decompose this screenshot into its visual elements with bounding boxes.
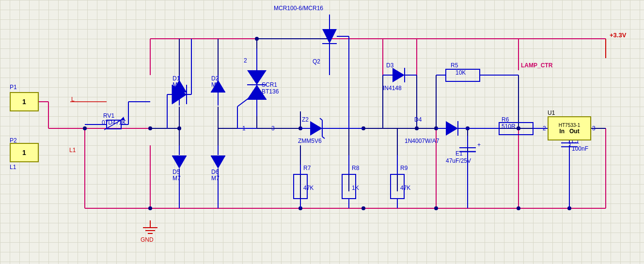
z2-label: Z2: [302, 116, 309, 123]
d4-value: 1N4007W/A7: [405, 138, 439, 144]
svg-point-65: [148, 126, 152, 130]
svg-marker-102: [172, 156, 187, 169]
r7-value: 47K: [303, 185, 314, 191]
svg-marker-134: [446, 121, 458, 136]
l1-label: L1: [10, 164, 16, 171]
rv1-label: RV1: [103, 112, 114, 119]
scr1-pin2: 2: [244, 57, 247, 64]
d1-label: D1: [173, 75, 180, 82]
svg-line-127: [322, 137, 325, 139]
u1-in-label: In: [559, 128, 565, 135]
gnd-label: GND: [141, 236, 154, 243]
r5-label: R5: [451, 62, 458, 69]
u1-out-label: Out: [569, 128, 580, 135]
svg-marker-130: [393, 68, 405, 82]
svg-point-81: [255, 37, 259, 41]
u1-pin3: 3: [592, 125, 596, 132]
u1-pin2: 2: [543, 125, 546, 132]
u1-value: HT7533-1: [559, 123, 580, 128]
rv1-value: 07D471K: [102, 119, 126, 126]
d2-value: M7: [211, 81, 220, 88]
p2-label: P2: [10, 137, 17, 144]
d6-value: M7: [211, 175, 220, 182]
connector-p2: 1: [10, 143, 39, 162]
u1-pin1: 1: [568, 142, 572, 149]
d5-label: D5: [173, 169, 180, 175]
r6-value: 510R: [502, 123, 516, 130]
svg-line-126: [320, 118, 322, 120]
d3-label: D3: [386, 62, 393, 69]
ic-u1: HT7533-1 In Out: [548, 116, 591, 140]
r5-value: 10K: [456, 69, 466, 76]
lamp-ctr-label: LAMP_CTR: [521, 62, 552, 69]
d4-label: D4: [414, 116, 422, 123]
r7-label: R7: [303, 165, 311, 171]
net-L1-label: L1: [69, 147, 76, 154]
e1-label: E1: [456, 150, 463, 157]
svg-marker-119: [322, 29, 337, 44]
d1-value: M7: [173, 81, 181, 88]
d5-value: M7: [173, 175, 181, 182]
u1-label: U1: [548, 109, 555, 116]
svg-point-69: [415, 126, 419, 130]
p2-pin: 1: [22, 149, 26, 156]
d6-label: D6: [211, 169, 219, 175]
scr1-label: SCR1: [262, 81, 277, 88]
q2-value: MCR100-6/MCR16: [274, 5, 323, 12]
r8-label: R8: [352, 165, 359, 171]
p1-label: P1: [10, 84, 17, 91]
svg-point-71: [517, 126, 520, 130]
connector-p1: 1: [10, 92, 39, 111]
u1-inout: In Out: [559, 128, 579, 135]
r9-value: 47K: [400, 185, 410, 191]
svg-point-77: [148, 206, 152, 210]
scr1-value: BT136: [262, 88, 279, 95]
svg-marker-107: [211, 156, 225, 169]
scr1-pin3: 3: [271, 125, 275, 132]
svg-point-78: [83, 126, 87, 130]
z2-value: ZMM5V6: [298, 138, 322, 144]
net-L-label: L: [71, 96, 75, 103]
r9-label: R9: [400, 165, 408, 171]
svg-point-74: [434, 206, 438, 210]
e1-value: 47uF/25V: [446, 157, 471, 164]
d3-value: IN4148: [383, 85, 402, 92]
svg-point-66: [177, 126, 181, 130]
svg-point-75: [517, 206, 520, 210]
svg-point-73: [361, 206, 365, 210]
d2-label: D2: [211, 75, 219, 82]
r6-label: R6: [502, 116, 509, 123]
vcc-label: +3.3V: [610, 31, 626, 39]
svg-text:+: +: [477, 141, 481, 148]
r8-value: 1K: [352, 185, 359, 191]
svg-marker-124: [310, 121, 322, 136]
c1-value: 100nF: [572, 145, 588, 152]
scr1-pin1: 1: [242, 125, 246, 132]
p1-pin: 1: [22, 98, 26, 106]
q2-label: Q2: [313, 58, 320, 65]
